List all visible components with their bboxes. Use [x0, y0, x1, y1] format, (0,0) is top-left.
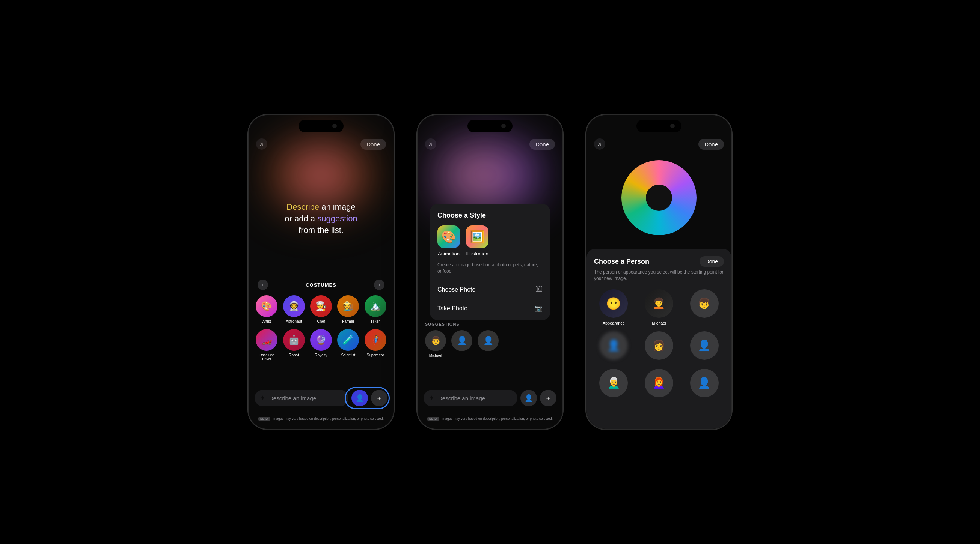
section-title-1: COSTUMES	[305, 282, 336, 288]
beta-bar-2: BETA Images may vary based on descriptio…	[423, 415, 557, 421]
style-popup: Choose a Style 🎨 Animation 🖼️ Illustrati…	[430, 204, 550, 320]
michael-avatar: 👨	[425, 330, 446, 351]
icon-circle-superhero: 🦸	[364, 329, 387, 351]
style-animation[interactable]: 🎨 Animation	[438, 225, 460, 257]
animation-icon: 🎨	[438, 225, 460, 248]
phone-2: ✕ Done Describe an image or add a a sugg…	[417, 114, 563, 430]
phone-3: ✕ Done Choose a Person Done The person o…	[586, 114, 732, 430]
michael-name: Michael	[429, 354, 442, 358]
suggestion-michael[interactable]: 👨 Michael	[425, 330, 446, 358]
phone-pill-1	[299, 120, 344, 132]
person-4-circle: 👤	[599, 331, 628, 360]
take-photo-label: Take Photo	[438, 305, 468, 312]
person-button-1[interactable]: 👤	[352, 390, 368, 406]
done-button-3[interactable]: Done	[698, 139, 724, 150]
prev-button-1[interactable]: ‹	[258, 279, 268, 290]
icon-chef[interactable]: 👨‍🍳 Chef	[309, 295, 333, 324]
icon-label-racecar: Race CarDriver	[259, 353, 274, 361]
person2-avatar: 👤	[451, 330, 473, 351]
beta-badge-2: BETA	[427, 417, 439, 421]
close-button-1[interactable]: ✕	[256, 138, 267, 150]
icon-circle-chef: 👨‍🍳	[310, 295, 332, 317]
suggestion-person2[interactable]: 👤	[451, 330, 473, 358]
input-placeholder-1: Describe an image	[269, 395, 316, 401]
icon-circle-racecar: 🏎️	[256, 329, 277, 351]
style-illustration[interactable]: 🖼️ Illustration	[466, 225, 488, 257]
sparkle-icon-2: ✦	[429, 394, 434, 402]
next-button-1[interactable]: ›	[374, 279, 385, 290]
icon-circle-astronaut: 👨‍🚀	[283, 295, 305, 317]
top-bar-3: ✕ Done	[587, 136, 732, 152]
icon-robot[interactable]: 🤖 Robot	[282, 329, 305, 361]
add-button-2[interactable]: ＋	[540, 390, 557, 406]
icon-label-farmer: Farmer	[342, 319, 354, 324]
person-5-item[interactable]: 👩	[640, 331, 679, 363]
choose-photo-label: Choose Photo	[438, 286, 476, 293]
hero-describe-1: Describe	[286, 202, 321, 212]
person-3-circle: 👦	[690, 289, 719, 318]
phone-pill-3	[636, 120, 681, 132]
done-button-1[interactable]: Done	[360, 139, 386, 150]
icon-label-royalty: Royalty	[315, 353, 327, 358]
close-button-2[interactable]: ✕	[425, 138, 436, 150]
icon-circle-artist: 🎨	[256, 295, 277, 317]
icon-label-artist: Artist	[262, 319, 271, 324]
person-9-item[interactable]: 👤	[684, 369, 724, 397]
icon-scientist[interactable]: 🧪 Scientist	[336, 329, 360, 361]
choose-photo-action[interactable]: Choose Photo 🖼	[438, 280, 542, 299]
close-button-3[interactable]: ✕	[594, 138, 605, 150]
icon-superhero[interactable]: 🦸 Superhero	[363, 329, 388, 361]
choose-photo-icon: 🖼	[536, 285, 542, 293]
add-button-1[interactable]: ＋	[371, 390, 388, 406]
person-7-item[interactable]: 👨‍🦳	[594, 369, 633, 397]
animation-label: Animation	[438, 251, 460, 257]
icon-artist[interactable]: 🎨 Artist	[255, 295, 278, 324]
person-michael-3[interactable]: 🧑‍🦱 Michael	[640, 289, 679, 325]
icon-hiker[interactable]: 🏔️ Hiker	[363, 295, 388, 324]
done-button-2[interactable]: Done	[530, 139, 555, 150]
person-6-circle: 👤	[690, 331, 719, 360]
icon-circle-scientist: 🧪	[337, 329, 359, 351]
person-9-circle: 👤	[690, 369, 719, 397]
appearance-circle	[599, 289, 628, 318]
person-3-item[interactable]: 👦	[684, 289, 724, 325]
beta-text-1: BETA Images may vary based on descriptio…	[258, 417, 384, 420]
suggestion-person3[interactable]: 👤	[477, 330, 499, 358]
close-icon-1: ✕	[259, 141, 264, 147]
person-appearance[interactable]: Appearance	[594, 289, 633, 325]
input-field-1[interactable]: ✦ Describe an image	[255, 390, 348, 406]
person-5-circle: 👩	[645, 331, 673, 360]
michael-circle-3: 🧑‍🦱	[645, 289, 673, 318]
person-8-item[interactable]: 👩‍🦰	[640, 369, 679, 397]
take-photo-icon: 📷	[534, 304, 542, 312]
icon-royalty[interactable]: 🔮 Royalty	[309, 329, 333, 361]
orb-container	[621, 160, 697, 235]
suggestions-avatars-2: 👨 Michael 👤 👤	[418, 330, 562, 358]
suggestions-section-1: ‹ COSTUMES › 🎨 Artist 👨‍🚀 Astronaut 👨‍🍳 …	[248, 279, 393, 361]
popup-description: Create an image based on a photo of pets…	[438, 262, 542, 274]
icon-label-superhero: Superhero	[366, 353, 384, 358]
bottom-bar-1: ✦ Describe an image 👤 ＋	[248, 390, 393, 406]
person-4-item[interactable]: 👤	[594, 331, 633, 363]
panel-title: Choose a Person	[594, 258, 649, 266]
close-icon-2: ✕	[428, 141, 433, 147]
persons-grid: Appearance 🧑‍🦱 Michael 👦 👤	[594, 289, 724, 397]
beta-bar-1: BETA Images may vary based on descriptio…	[255, 415, 388, 421]
icon-circle-hiker: 🏔️	[364, 295, 387, 317]
icon-racecar[interactable]: 🏎️ Race CarDriver	[255, 329, 278, 361]
appearance-label: Appearance	[603, 321, 625, 325]
choose-person-panel: Choose a Person Done The person or appea…	[587, 249, 732, 429]
icon-label-scientist: Scientist	[341, 353, 355, 358]
illustration-icon: 🖼️	[466, 225, 488, 248]
person-button-2[interactable]: 👤	[520, 390, 537, 406]
michael-label-3: Michael	[652, 321, 666, 325]
panel-done-button[interactable]: Done	[700, 256, 724, 267]
close-icon-3: ✕	[597, 141, 602, 147]
icon-astronaut[interactable]: 👨‍🚀 Astronaut	[282, 295, 305, 324]
icon-farmer[interactable]: 🧑‍🌾 Farmer	[336, 295, 360, 324]
input-field-2[interactable]: ✦ Describe an image	[423, 390, 517, 406]
input-placeholder-2: Describe an image	[438, 395, 485, 401]
take-photo-action[interactable]: Take Photo 📷	[438, 299, 542, 312]
top-bar-2: ✕ Done	[418, 136, 562, 152]
person-6-item[interactable]: 👤	[684, 331, 724, 363]
